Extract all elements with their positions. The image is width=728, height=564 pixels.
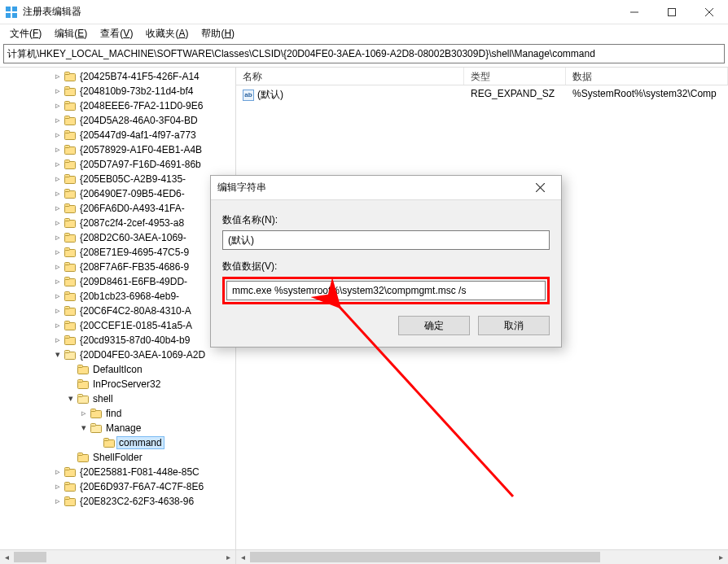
expand-icon[interactable]	[52, 188, 64, 199]
col-header-data[interactable]: 数据	[566, 68, 728, 85]
tree-item[interactable]: command	[0, 435, 235, 450]
tree-item[interactable]: {204810b9-73b2-11d4-bf4	[0, 84, 235, 98]
tree-item[interactable]: {208E71E9-4695-47C5-9	[0, 245, 235, 260]
expand-icon[interactable]	[52, 276, 64, 286]
menu-help[interactable]: 帮助(H)	[195, 25, 241, 42]
expand-icon[interactable]	[52, 334, 64, 345]
minimize-button[interactable]	[616, 0, 653, 24]
value-data-input[interactable]	[226, 281, 546, 300]
tree-item[interactable]: {204D5A28-46A0-3F04-BD	[0, 113, 235, 128]
expand-icon[interactable]	[52, 159, 64, 169]
expand-icon[interactable]	[52, 129, 64, 140]
tree-item[interactable]: {20C6F4C2-80A8-4310-A	[0, 304, 235, 318]
dialog-close-button[interactable]	[525, 177, 555, 199]
scroll-right-button[interactable]: ▸	[221, 550, 235, 564]
tree-hscrollbar[interactable]: ◂ ▸	[0, 550, 236, 564]
tree-item[interactable]: {206FA6D0-A493-41FA-	[0, 201, 235, 216]
expand-icon[interactable]	[52, 320, 64, 330]
horizontal-scrollbars: ◂ ▸ ◂ ▸	[0, 549, 728, 564]
menu-edit[interactable]: 编辑(E)	[48, 25, 94, 42]
scroll-left-button[interactable]: ◂	[0, 550, 14, 564]
tree-item[interactable]: {20E823C2-62F3-4638-96	[0, 494, 235, 509]
col-header-name[interactable]: 名称	[236, 68, 464, 85]
tree-item[interactable]: {205EB05C-A2B9-4135-	[0, 172, 235, 186]
list-hscrollbar[interactable]: ◂ ▸	[236, 550, 728, 564]
tree-item[interactable]: ShellFolder	[0, 450, 235, 465]
expand-icon[interactable]	[52, 203, 64, 213]
maximize-button[interactable]	[653, 0, 691, 24]
tree-item[interactable]: {20578929-A1F0-4EB1-A4B	[0, 142, 235, 157]
cancel-button[interactable]: 取消	[478, 316, 550, 335]
close-button[interactable]	[691, 0, 728, 24]
window-controls	[616, 0, 728, 24]
tree-item-label: shell	[91, 393, 115, 404]
expand-icon[interactable]	[52, 305, 64, 316]
expand-icon[interactable]	[52, 217, 64, 228]
expand-icon[interactable]	[52, 261, 64, 272]
tree-item[interactable]: InProcServer32	[0, 377, 235, 391]
ok-button[interactable]: 确定	[398, 316, 470, 335]
edit-string-dialog: 编辑字符串 数值名称(N): 数值数据(V): 确定 取消	[210, 175, 562, 348]
expand-icon[interactable]	[52, 232, 64, 243]
value-name-input[interactable]	[222, 230, 550, 250]
tree-pane[interactable]: {20425B74-41F5-426F-A14{204810b9-73b2-11…	[0, 68, 236, 549]
tree-item-label: {20D04FE0-3AEA-1069-A2D	[78, 349, 207, 361]
tree-item[interactable]: {20b1cb23-6968-4eb9-	[0, 289, 235, 304]
scroll-thumb[interactable]	[14, 552, 46, 562]
expand-icon[interactable]	[52, 291, 64, 301]
tree-item[interactable]: {209D8461-E6FB-49DD-	[0, 274, 235, 289]
svg-rect-59	[104, 439, 109, 441]
tree-item[interactable]: {205447d9-4af1-4f97-a773	[0, 128, 235, 142]
collapse-icon[interactable]	[52, 349, 64, 360]
dialog-titlebar[interactable]: 编辑字符串	[211, 176, 561, 200]
expand-icon[interactable]	[78, 408, 90, 418]
tree-item[interactable]: {20cd9315-87d0-40b4-b9	[0, 333, 235, 348]
tree-item[interactable]: {2087c2f4-2cef-4953-a8	[0, 216, 235, 230]
expand-icon[interactable]	[52, 85, 64, 96]
svg-rect-15	[65, 116, 70, 119]
tree-item[interactable]: Manage	[0, 421, 235, 435]
svg-rect-2	[6, 13, 11, 18]
folder-icon	[64, 203, 76, 213]
expand-icon[interactable]	[52, 144, 64, 155]
tree-item-label: DefaultIcon	[91, 364, 144, 375]
tree-item[interactable]: {208F7A6F-FB35-4686-9	[0, 260, 235, 274]
menu-file[interactable]: 文件(F)	[3, 25, 48, 42]
collapse-icon[interactable]	[78, 422, 90, 433]
tree-item-label: {20578929-A1F0-4EB1-A4B	[78, 144, 204, 155]
tree-item[interactable]: DefaultIcon	[0, 362, 235, 377]
expand-icon[interactable]	[52, 466, 64, 477]
tree-item[interactable]: {20E6D937-F6A7-4C7F-8E6	[0, 479, 235, 494]
tree-item[interactable]: find	[0, 406, 235, 421]
expand-icon[interactable]	[52, 173, 64, 184]
tree-item[interactable]: {2048EEE6-7FA2-11D0-9E6	[0, 98, 235, 113]
tree-item[interactable]: {20D04FE0-3AEA-1069-A2D	[0, 348, 235, 362]
scroll-left-button[interactable]: ◂	[236, 550, 250, 564]
tree-item[interactable]: {208D2C60-3AEA-1069-	[0, 230, 235, 245]
expand-icon[interactable]	[52, 100, 64, 111]
address-bar[interactable]: 计算机\HKEY_LOCAL_MACHINE\SOFTWARE\Classes\…	[3, 44, 725, 63]
svg-rect-1	[12, 7, 17, 11]
menu-favorites[interactable]: 收藏夹(A)	[139, 25, 195, 42]
expand-icon[interactable]	[52, 247, 64, 257]
svg-rect-11	[65, 87, 70, 90]
tree-item[interactable]: shell	[0, 391, 235, 406]
expand-icon[interactable]	[52, 115, 64, 125]
collapse-icon[interactable]	[65, 393, 77, 404]
tree-item[interactable]: {206490E7-09B5-4ED6-	[0, 186, 235, 201]
tree-item[interactable]: {205D7A97-F16D-4691-86b	[0, 157, 235, 172]
expand-icon[interactable]	[52, 71, 64, 81]
menu-view[interactable]: 查看(V)	[94, 25, 139, 42]
list-row[interactable]: ab (默认) REG_EXPAND_SZ %SystemRoot%\syste…	[236, 85, 728, 104]
scroll-right-button[interactable]: ▸	[714, 550, 728, 564]
tree-item-label: {2048EEE6-7FA2-11D0-9E6	[78, 100, 204, 111]
scroll-thumb[interactable]	[250, 552, 600, 562]
tree-item[interactable]: {20425B74-41F5-426F-A14	[0, 69, 235, 84]
tree-item[interactable]: {20CCEF1E-0185-41a5-A	[0, 318, 235, 333]
col-header-type[interactable]: 类型	[464, 68, 566, 85]
folder-icon	[64, 116, 76, 125]
tree-item[interactable]: {20E25881-F081-448e-85C	[0, 465, 235, 479]
expand-icon[interactable]	[52, 481, 64, 492]
tree-item-label: {205447d9-4af1-4f97-a773	[78, 129, 198, 141]
expand-icon[interactable]	[52, 496, 64, 506]
